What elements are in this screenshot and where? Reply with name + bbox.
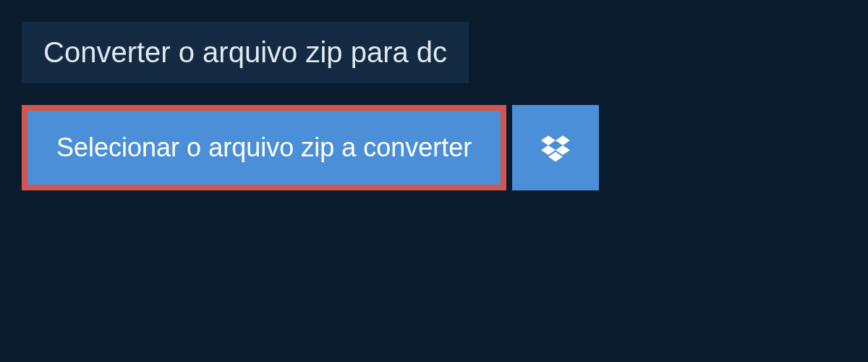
action-row: Selecionar o arquivo zip a converter [22,105,846,190]
select-file-label: Selecionar o arquivo zip a converter [56,132,472,163]
select-file-button[interactable]: Selecionar o arquivo zip a converter [22,105,506,190]
title-bar: Converter o arquivo zip para dc [22,22,469,83]
page-title: Converter o arquivo zip para dc [43,36,447,69]
dropbox-icon [541,133,570,162]
main-container: Converter o arquivo zip para dc Selecion… [0,0,868,212]
dropbox-button[interactable] [512,105,599,190]
